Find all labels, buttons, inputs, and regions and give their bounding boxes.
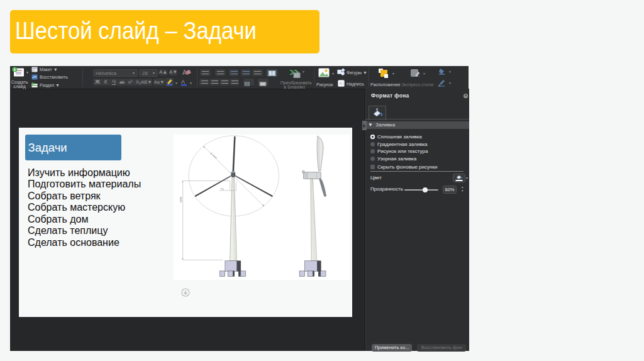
svg-text:18300: 18300	[180, 196, 182, 203]
svg-text:Ø 10000: Ø 10000	[209, 152, 217, 160]
svg-text:A: A	[339, 81, 342, 86]
svg-text:А: А	[181, 79, 185, 85]
svg-text:750: 750	[221, 188, 225, 191]
